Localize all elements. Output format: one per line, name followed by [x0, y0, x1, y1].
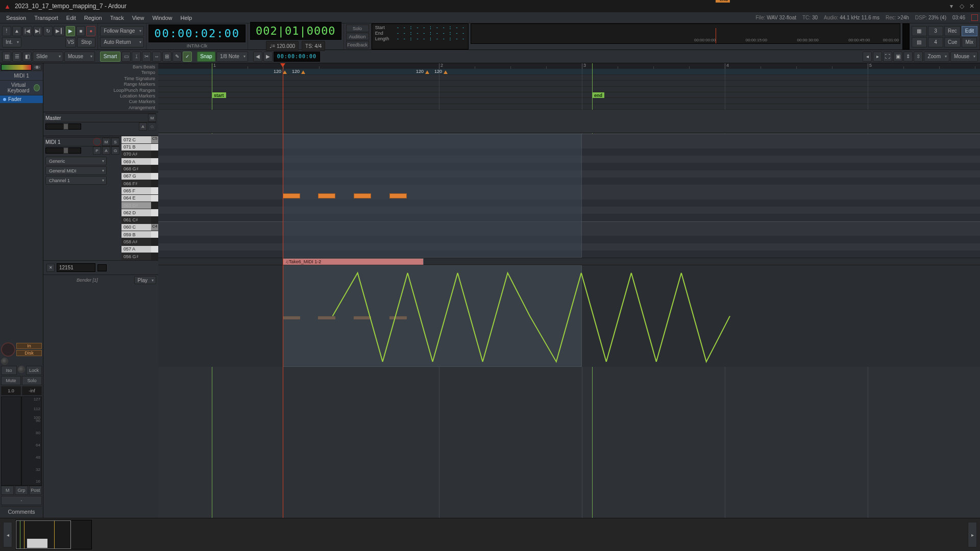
- automation-header[interactable]: ✕: [43, 260, 158, 274]
- snap-toggle-button[interactable]: Snap: [197, 52, 215, 62]
- midi-bank-select[interactable]: General MIDI: [45, 166, 107, 175]
- zoom-fit-button[interactable]: ⛶: [883, 52, 892, 62]
- loop-button[interactable]: ↻: [43, 26, 53, 36]
- mix-tab-button[interactable]: Mix: [962, 37, 977, 47]
- pan-knob[interactable]: [18, 366, 25, 373]
- play-range-button[interactable]: ▶┃: [54, 26, 65, 36]
- edit-tab-button[interactable]: Edit: [962, 26, 977, 36]
- midi-panic-button[interactable]: !: [2, 26, 11, 36]
- tempo-display[interactable]: ♩= 120.000: [266, 41, 299, 51]
- smart-mode-button[interactable]: Smart: [100, 52, 120, 62]
- summary-view[interactable]: [15, 520, 92, 549]
- nudge-forward-button[interactable]: ▶: [263, 52, 273, 62]
- draw-tool-button[interactable]: ✎: [173, 52, 182, 62]
- menu-help[interactable]: Help: [177, 13, 197, 22]
- show-mixer-button[interactable]: ▥: [2, 52, 11, 62]
- monitor-in-button[interactable]: In: [16, 343, 42, 349]
- solo-alert-button[interactable]: Solo: [346, 24, 369, 32]
- menu-track[interactable]: Track: [106, 13, 128, 22]
- sync-source-select[interactable]: Int.: [2, 37, 21, 47]
- minimize-icon[interactable]: ▾: [947, 2, 955, 10]
- object-tool-button[interactable]: ▭: [121, 52, 131, 62]
- midi-track-header[interactable]: MIDI 1MS PAG Generic General MIDI Channe…: [43, 136, 158, 260]
- varispeed-button[interactable]: VS: [65, 37, 76, 47]
- midi-patch-select[interactable]: Generic: [45, 157, 107, 165]
- editor-canvas[interactable]: 12345120 120 120 120 startend ♫Take6_MID…: [158, 63, 980, 518]
- summary-right-button[interactable]: ▸: [968, 522, 977, 547]
- summary-left-button[interactable]: ◂: [3, 522, 12, 547]
- stretch-tool-button[interactable]: ↔: [152, 52, 161, 62]
- num3-button[interactable]: 3: [928, 26, 943, 36]
- fader-processor[interactable]: Fader: [0, 95, 43, 103]
- play-button[interactable]: ▶: [66, 26, 75, 36]
- stop-button[interactable]: ■: [76, 26, 85, 36]
- feedback-alert-button[interactable]: Feedback: [346, 41, 369, 48]
- iso-button[interactable]: Iso: [1, 366, 17, 375]
- secondary-clock[interactable]: 002|01|0000: [250, 22, 341, 40]
- record-button[interactable]: ●: [86, 26, 95, 36]
- goto-start-button[interactable]: |◀: [22, 26, 32, 36]
- trim-knob[interactable]: [1, 358, 8, 365]
- master-mute[interactable]: M: [148, 114, 156, 122]
- mini-timeline[interactable]: start end 00:00:00:00 00:00:15:00 00:00:…: [471, 23, 900, 44]
- midi-mute[interactable]: M: [102, 138, 110, 146]
- auto-value-input[interactable]: [57, 263, 95, 272]
- stop-label-button[interactable]: Stop: [77, 37, 95, 47]
- menu-edit[interactable]: Edit: [62, 13, 80, 22]
- auto-hide[interactable]: ✕: [46, 264, 55, 272]
- nudge-back-button[interactable]: ◀: [253, 52, 262, 62]
- maximize-icon[interactable]: ◇: [958, 2, 966, 10]
- menu-transport[interactable]: Transport: [30, 13, 62, 22]
- primary-clock[interactable]: 00:00:02:00: [149, 24, 246, 42]
- mixer-list-button[interactable]: ▤: [912, 37, 927, 47]
- grid-tool-button[interactable]: ⊞: [162, 52, 172, 62]
- cue-tab-button[interactable]: Cue: [944, 37, 961, 47]
- master-track-header[interactable]: MasterM AG: [43, 112, 158, 136]
- menu-session[interactable]: Session: [2, 13, 30, 22]
- peak-display[interactable]: -inf: [22, 386, 42, 395]
- mini-end-marker[interactable]: end: [718, 0, 730, 3]
- follow-range-select[interactable]: Follow Range: [100, 26, 144, 36]
- nudge-clock[interactable]: 00:00:00:00: [274, 52, 320, 62]
- error-indicator-icon[interactable]: [971, 14, 978, 21]
- cut-tool-button[interactable]: ✂: [142, 52, 151, 62]
- meter-point-button[interactable]: Post: [29, 486, 42, 495]
- editor-list-button[interactable]: ▦: [912, 26, 927, 36]
- range-tool-button[interactable]: 𝙸: [132, 52, 141, 62]
- midi-group[interactable]: G: [111, 146, 119, 155]
- zoom-mouse-select[interactable]: Mouse: [950, 52, 978, 62]
- menu-window[interactable]: Window: [148, 13, 176, 22]
- edit-tool-button[interactable]: ✓: [183, 52, 192, 62]
- mute-button[interactable]: Mute: [1, 376, 21, 385]
- metronome-button[interactable]: ▲: [12, 26, 21, 36]
- master-fader[interactable]: [45, 123, 81, 130]
- meter-hide-button[interactable]: 👁: [33, 64, 42, 70]
- menu-view[interactable]: View: [128, 13, 149, 22]
- gain-display[interactable]: 1.0: [1, 386, 21, 395]
- solo-button[interactable]: Solo: [22, 376, 42, 385]
- monitor-disk-button[interactable]: Disk: [16, 350, 42, 356]
- group-button[interactable]: Grp: [15, 486, 28, 495]
- hide-button[interactable]: ◧: [22, 52, 32, 62]
- audition-alert-button[interactable]: Audition: [346, 33, 369, 40]
- strip-name[interactable]: MIDI 1: [0, 71, 43, 81]
- goto-end-button[interactable]: ▶|: [33, 26, 43, 36]
- zoom-sel-button[interactable]: ▣: [893, 52, 902, 62]
- fader-area[interactable]: 127 112 100 96 80 64 48 32 16: [1, 396, 42, 486]
- timesig-display[interactable]: TS: 4/4: [302, 41, 325, 51]
- grid-select[interactable]: 1/8 Note: [216, 52, 248, 62]
- midi-auto[interactable]: A: [102, 146, 110, 155]
- expand-tracks-button[interactable]: ⇕: [903, 52, 913, 62]
- master-auto[interactable]: A: [139, 122, 147, 131]
- shrink-tracks-button[interactable]: ⇳: [914, 52, 923, 62]
- master-group[interactable]: G: [148, 122, 156, 131]
- piano-keys[interactable]: C5C4: [151, 136, 158, 260]
- midi-rec[interactable]: [93, 138, 101, 146]
- comments-button[interactable]: Comments: [1, 506, 42, 517]
- midi-playlist[interactable]: P: [93, 146, 101, 155]
- auto-return-select[interactable]: Auto Return: [100, 37, 144, 47]
- output-button[interactable]: -: [1, 496, 42, 505]
- num4-button[interactable]: 4: [928, 37, 943, 47]
- m-output-button[interactable]: M: [1, 486, 14, 495]
- zoom-focus-select[interactable]: Zoom: [924, 52, 949, 62]
